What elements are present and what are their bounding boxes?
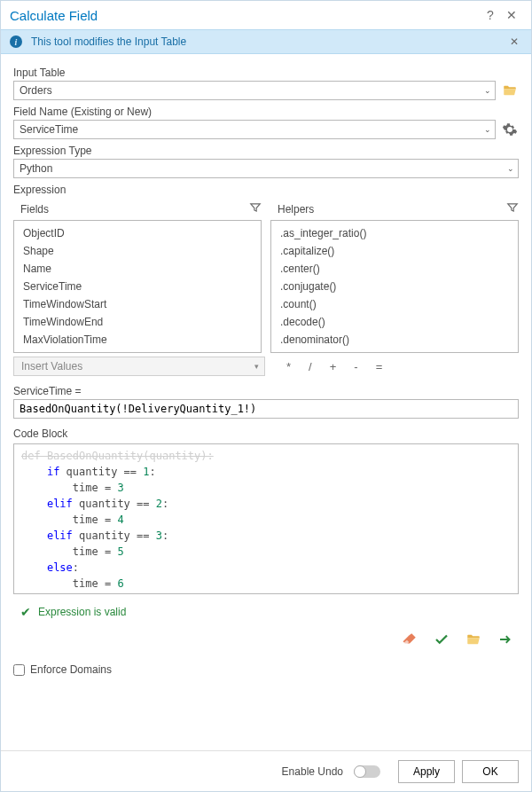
helpers-label: Helpers — [270, 203, 506, 216]
insert-values-dropdown[interactable]: Insert Values ▾ — [13, 357, 265, 376]
help-button[interactable]: ? — [480, 8, 501, 22]
close-button[interactable]: ✕ — [501, 8, 522, 22]
expression-type-dropdown[interactable]: Python ⌄ — [13, 159, 519, 178]
info-bar: i This tool modifies the Input Table ✕ — [1, 29, 531, 54]
field-item[interactable]: Shape — [14, 242, 261, 260]
enable-undo-toggle[interactable] — [354, 765, 380, 778]
field-item[interactable]: Name — [14, 260, 261, 278]
check-icon: ✔ — [20, 605, 31, 619]
field-item[interactable]: TimeWindowStart — [14, 295, 261, 313]
helper-item[interactable]: .denominator() — [271, 331, 518, 349]
enable-undo-label: Enable Undo — [282, 765, 343, 778]
expression-input[interactable] — [13, 399, 519, 419]
titlebar: Calculate Field ? ✕ — [1, 1, 531, 29]
validation-row: ✔ Expression is valid — [13, 605, 519, 619]
enforce-domains-checkbox[interactable] — [13, 664, 25, 676]
field-settings-button[interactable] — [501, 121, 519, 138]
input-table-value: Orders — [20, 84, 52, 97]
field-name-dropdown[interactable]: ServiceTime ⌄ — [13, 120, 496, 139]
operator-button[interactable]: * — [283, 360, 294, 373]
field-name-value: ServiceTime — [20, 123, 78, 136]
expression-type-label: Expression Type — [13, 145, 519, 157]
helper-item[interactable]: .capitalize() — [271, 242, 518, 260]
chevron-down-icon: ⌄ — [507, 164, 514, 173]
code-block-editor[interactable]: def BasedOnQuantity(quantity): if quanti… — [13, 443, 519, 594]
operator-button[interactable]: = — [372, 360, 387, 373]
input-table-dropdown[interactable]: Orders ⌄ — [13, 81, 496, 100]
field-item[interactable]: ObjectID — [14, 224, 261, 242]
erase-button[interactable] — [402, 631, 418, 647]
helper-item[interactable]: .center() — [271, 260, 518, 278]
helper-item[interactable]: .conjugate() — [271, 278, 518, 295]
helpers-filter-button[interactable] — [506, 201, 519, 216]
field-name-label: Field Name (Existing or New) — [13, 106, 519, 118]
fields-label: Fields — [13, 203, 249, 216]
dialog-footer: Enable Undo Apply OK — [1, 750, 531, 791]
info-text: This tool modifies the Input Table — [31, 35, 506, 48]
dialog-body: Input Table Orders ⌄ Field Name (Existin… — [1, 54, 531, 750]
browse-folder-button[interactable] — [501, 82, 519, 99]
expression-lhs-label: ServiceTime = — [13, 385, 519, 397]
helper-item[interactable]: .count() — [271, 295, 518, 313]
open-file-button[interactable] — [466, 631, 481, 647]
helper-item[interactable]: .decode() — [271, 313, 518, 331]
expression-type-value: Python — [20, 162, 52, 175]
chevron-down-icon: ▾ — [254, 362, 259, 371]
chevron-down-icon: ⌄ — [484, 86, 491, 95]
validate-button[interactable] — [434, 631, 450, 647]
calculate-field-dialog: Calculate Field ? ✕ i This tool modifies… — [0, 0, 532, 792]
validation-text: Expression is valid — [38, 606, 126, 618]
operators-row: */+-= — [274, 360, 519, 373]
apply-button[interactable]: Apply — [398, 760, 455, 783]
info-icon: i — [10, 35, 22, 48]
chevron-down-icon: ⌄ — [484, 125, 491, 134]
field-item[interactable]: ServiceTime — [14, 278, 261, 295]
operator-button[interactable]: - — [350, 360, 361, 373]
helper-item[interactable]: .as_integer_ratio() — [271, 224, 518, 242]
code-block-label: Code Block — [13, 427, 519, 440]
dialog-title: Calculate Field — [10, 8, 480, 23]
helpers-listbox[interactable]: .as_integer_ratio().capitalize().center(… — [270, 220, 519, 353]
info-close-button[interactable]: ✕ — [506, 35, 522, 48]
fields-filter-button[interactable] — [249, 201, 262, 216]
field-item[interactable]: TimeWindowEnd — [14, 313, 261, 331]
ok-button[interactable]: OK — [462, 760, 519, 783]
expression-section-label: Expression — [13, 184, 519, 196]
operator-button[interactable]: + — [326, 360, 340, 373]
input-table-label: Input Table — [13, 67, 519, 79]
insert-values-label: Insert Values — [21, 360, 82, 372]
enforce-domains-label: Enforce Domains — [30, 663, 112, 676]
fields-listbox[interactable]: ObjectIDShapeNameServiceTimeTimeWindowSt… — [13, 220, 262, 353]
export-button[interactable] — [497, 631, 513, 647]
operator-button[interactable]: / — [305, 360, 316, 373]
field-item[interactable]: MaxViolationTime — [14, 331, 261, 349]
